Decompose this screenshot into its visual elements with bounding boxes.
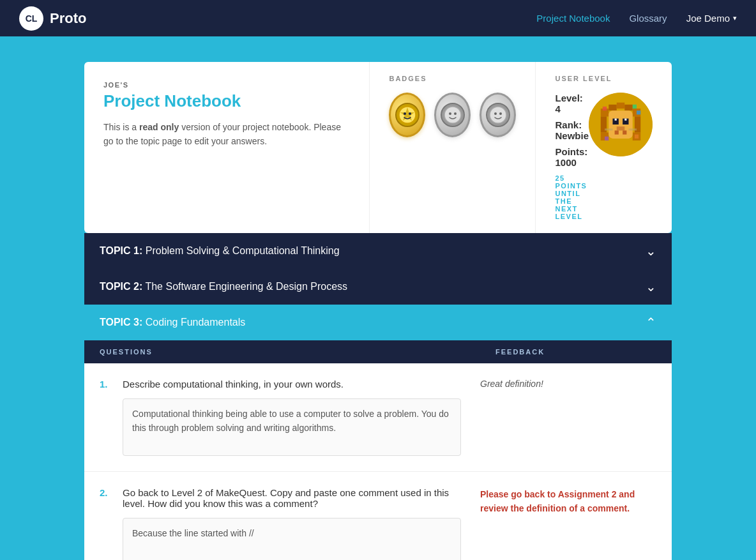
svg-point-12 [499,112,502,115]
topic-1-title: Problem Solving & Computational Thinking [146,245,340,256]
topic-3-content: QUESTIONS FEEDBACK 1. Describe computati… [84,340,672,560]
topic-1-row[interactable]: TOPIC 1: Problem Solving & Computational… [84,233,672,269]
logo-text: CL [26,13,38,24]
svg-rect-23 [609,110,633,139]
question-1-answer: Computational thinking being able to use… [123,398,461,456]
svg-rect-16 [617,103,625,109]
feedback-2-text: Please go back to Assignment 2 and revie… [480,489,635,513]
svg-point-7 [449,112,451,115]
svg-rect-15 [609,105,617,110]
topic-2-chevron-icon: ⌄ [646,279,656,294]
topic-1-label: TOPIC 1: Problem Solving & Computational… [100,245,340,257]
svg-point-11 [494,112,497,115]
points-key: Points: [555,146,587,157]
user-caret-icon: ▾ [733,14,737,22]
badges-row [389,93,516,137]
col-feedback-header: FEEDBACK [480,340,672,363]
level-info: Level: 4 Rank: Newbie Points: 1000 25 PO… [555,93,653,220]
question-1-feedback: Great definition! [465,379,656,389]
next-level-note: 25 POINTS UNTIL THE NEXT LEVEL [555,174,589,220]
profile-title: Project Notebook [103,91,350,111]
level-key: Level: [555,93,582,103]
question-2-content: Go back to Level 2 of MakeQuest. Copy an… [123,487,465,560]
profile-subtitle: JOE'S [103,81,350,89]
svg-point-6 [444,107,461,123]
svg-rect-33 [603,107,607,110]
desc-intro: This is a [103,122,139,132]
svg-point-3 [404,112,406,115]
svg-rect-37 [635,135,639,139]
topic-2-label: TOPIC 2: The Software Engineering & Desi… [100,281,347,292]
svg-rect-17 [624,105,633,110]
avatar [589,93,653,156]
topic-3-title: Coding Fundamentals [146,317,246,328]
question-2-number: 2. [100,487,116,498]
level-details: Level: 4 Rank: Newbie Points: 1000 25 PO… [555,93,589,220]
svg-point-4 [409,112,411,115]
badge-silver-1 [434,93,471,137]
profile-left: JOE'S Project Notebook This is a read on… [84,62,370,233]
topic-3-row[interactable]: TOPIC 3: Coding Fundamentals ⌃ [84,305,672,340]
badge-silver-2-icon [484,101,512,129]
topic-2-title: The Software Engineering & Design Proces… [145,281,347,292]
rank-val: Newbie [555,130,589,141]
topic-2-row[interactable]: TOPIC 2: The Software Engineering & Desi… [84,269,672,305]
question-2-text: Go back to Level 2 of MakeQuest. Copy an… [123,487,465,509]
svg-rect-27 [624,119,626,121]
level-row: Level: 4 [555,93,589,114]
main-container: JOE'S Project Notebook This is a read on… [72,62,684,560]
question-2-feedback: Please go back to Assignment 2 and revie… [465,487,656,516]
points-val: 1000 [555,157,576,168]
topic-1-number: TOPIC 1: [100,245,142,256]
question-1-text: Describe computational thinking, in your… [123,379,465,390]
rank-row: Rank: Newbie [555,119,589,141]
svg-rect-35 [633,105,637,109]
topic-2-number: TOPIC 2: [100,281,142,292]
user-level-section: USER LEVEL Level: 4 Rank: Newbie Points:… [536,62,672,233]
svg-rect-36 [605,137,609,140]
svg-rect-32 [629,128,637,130]
brand: CL Proto [19,6,86,31]
badge-gold [389,93,425,137]
topics-container: TOPIC 1: Problem Solving & Computational… [84,233,672,560]
question-2-block: 2. Go back to Level 2 of MakeQuest. Copy… [84,472,672,560]
nav-project-notebook[interactable]: Project Notebook [536,13,610,24]
navbar: CL Proto Project Notebook Glossary Joe D… [0,0,756,36]
avatar-icon [589,93,653,156]
svg-rect-28 [617,126,625,130]
question-2-answer: Because the line started with // [123,518,461,560]
badge-silver-1-icon [439,101,467,129]
feedback-1-text: Great definition! [480,379,543,389]
nav-links: Project Notebook Glossary Joe Demo ▾ [536,13,737,24]
svg-rect-30 [623,130,626,134]
question-1-number: 1. [100,379,116,390]
brand-name: Proto [50,10,86,27]
svg-point-10 [490,107,506,123]
nav-user[interactable]: Joe Demo ▾ [686,13,737,24]
topic-3-headers: QUESTIONS FEEDBACK [84,340,672,363]
svg-point-8 [454,112,457,115]
svg-rect-29 [615,130,619,134]
rank-key: Rank: [555,119,582,130]
topic-3-number: TOPIC 3: [100,317,142,328]
badges-section: BADGES [370,62,536,233]
nav-glossary[interactable]: Glossary [629,13,667,24]
points-row: Points: 1000 [555,146,589,168]
svg-rect-34 [637,110,640,114]
badges-label: BADGES [389,75,516,82]
user-level-label: USER LEVEL [555,75,653,82]
svg-rect-31 [605,128,613,130]
logo: CL [19,6,43,31]
profile-card: JOE'S Project Notebook This is a read on… [84,62,672,233]
question-1-content: Describe computational thinking, in your… [123,379,465,456]
level-val: 4 [555,103,560,114]
topic-3-chevron-icon: ⌃ [646,315,656,330]
svg-rect-26 [615,119,617,121]
profile-description: This is a read only version of your proj… [103,120,350,149]
desc-bold: read only [139,122,179,132]
topic-3-label: TOPIC 3: Coding Fundamentals [100,317,245,328]
badge-silver-2 [480,93,516,137]
question-1-block: 1. Describe computational thinking, in y… [84,363,672,472]
col-questions-header: QUESTIONS [84,340,480,363]
badge-gold-icon [393,101,421,129]
